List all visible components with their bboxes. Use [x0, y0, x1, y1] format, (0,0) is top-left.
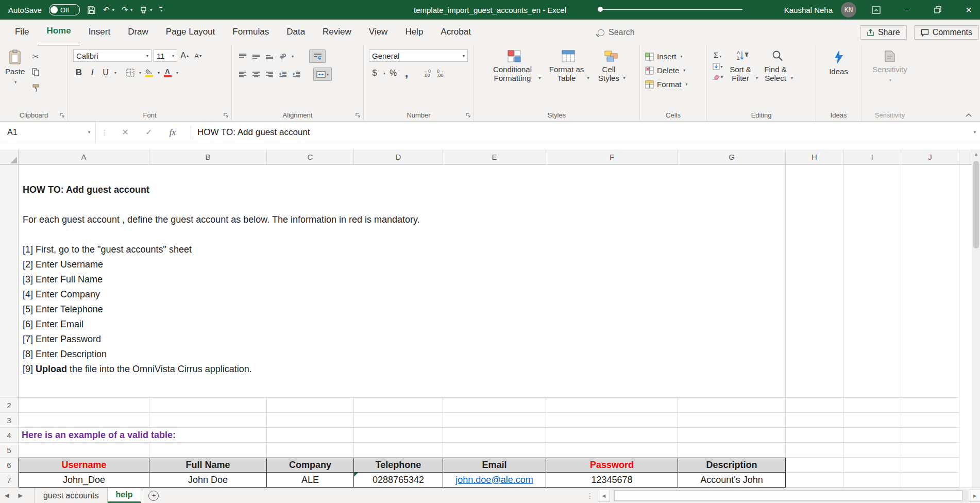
number-format-select[interactable]: General ▾	[369, 49, 468, 62]
row-header-2[interactable]: 2	[0, 398, 19, 413]
cell[interactable]	[843, 398, 901, 413]
cell[interactable]	[786, 458, 843, 473]
table-header-username[interactable]: Username	[19, 458, 149, 473]
column-header-F[interactable]: F	[546, 149, 678, 165]
table-cell-username[interactable]: John_Doe	[19, 473, 149, 488]
cell[interactable]	[19, 413, 149, 428]
cell[interactable]	[786, 443, 843, 458]
table-header-email[interactable]: Email	[443, 458, 546, 473]
tab-acrobat[interactable]: Acrobat	[432, 20, 480, 45]
cell[interactable]	[19, 443, 149, 458]
conditional-formatting-button[interactable]: Conditional Formatting▾	[488, 49, 540, 82]
vertical-scrollbar-thumb[interactable]	[973, 161, 979, 248]
cell[interactable]	[443, 443, 546, 458]
cell[interactable]	[901, 443, 959, 458]
cell[interactable]	[678, 443, 786, 458]
table-cell-company[interactable]: ALE	[267, 473, 354, 488]
sheet-tab-guest-accounts[interactable]: guest accounts	[35, 488, 108, 503]
cell[interactable]	[546, 413, 678, 428]
cell[interactable]	[678, 413, 786, 428]
close-button[interactable]: ×	[957, 0, 980, 20]
cell-A4[interactable]: Here is an example of a valid table:	[19, 428, 149, 443]
cell[interactable]	[843, 473, 901, 488]
align-bottom-button[interactable]	[264, 50, 275, 62]
cell-J1[interactable]	[901, 165, 959, 398]
account-user-name[interactable]: Kaushal Neha	[784, 6, 833, 14]
table-cell-password[interactable]: 12345678	[546, 473, 678, 488]
cell[interactable]	[901, 413, 959, 428]
table-header-telephone[interactable]: Telephone	[354, 458, 443, 473]
tab-draw[interactable]: Draw	[119, 20, 157, 45]
minimize-button[interactable]	[895, 0, 918, 20]
cell[interactable]	[901, 398, 959, 413]
cell[interactable]	[149, 413, 267, 428]
sheet-tab-help[interactable]: help	[108, 488, 142, 503]
table-cell-email[interactable]: john.doe@ale.com	[443, 473, 546, 488]
table-header-fullname[interactable]: Full Name	[149, 458, 267, 473]
align-left-button[interactable]	[237, 68, 248, 80]
undo-button[interactable]: ↶▾	[103, 5, 114, 14]
cell[interactable]	[443, 428, 546, 443]
cell[interactable]	[267, 428, 354, 443]
format-as-table-button[interactable]: Format as Table▾	[548, 49, 589, 82]
cell[interactable]	[546, 398, 678, 413]
cell-H1[interactable]	[786, 165, 843, 398]
cell[interactable]	[843, 443, 901, 458]
tab-review[interactable]: Review	[314, 20, 360, 45]
tab-page-layout[interactable]: Page Layout	[157, 20, 224, 45]
tab-formulas[interactable]: Formulas	[224, 20, 278, 45]
wrap-text-button[interactable]	[309, 49, 326, 63]
cell[interactable]	[843, 428, 901, 443]
align-center-button[interactable]	[250, 68, 262, 80]
accounting-format-button[interactable]: $	[369, 67, 380, 79]
cell[interactable]	[678, 398, 786, 413]
cell[interactable]	[354, 428, 443, 443]
cell[interactable]	[546, 428, 678, 443]
autosave-toggle[interactable]: Off	[49, 4, 80, 15]
font-dialog-launcher[interactable]	[224, 113, 229, 118]
clipboard-dialog-launcher[interactable]	[60, 113, 65, 118]
enter-entry-button[interactable]: ✓	[137, 127, 161, 137]
copy-button[interactable]	[30, 66, 41, 78]
insert-function-button[interactable]: fx	[161, 127, 184, 138]
sensitivity-button[interactable]: Sensitivity ▾	[867, 49, 913, 85]
cell-styles-button[interactable]: Cell Styles▾	[597, 49, 626, 82]
scroll-right-button[interactable]: ▶	[969, 490, 980, 502]
new-sheet-button[interactable]: +	[148, 491, 159, 501]
cell[interactable]	[786, 398, 843, 413]
cell[interactable]	[149, 398, 267, 413]
bold-button[interactable]: B	[73, 66, 85, 79]
column-header-B[interactable]: B	[149, 149, 267, 165]
cell[interactable]	[901, 473, 959, 488]
vertical-scrollbar[interactable]: ▲	[972, 149, 980, 488]
quick-access-command-button[interactable]: ▾	[140, 6, 152, 14]
decrease-font-size-button[interactable]: A▼	[193, 49, 204, 62]
cell-I1[interactable]	[843, 165, 901, 398]
table-cell-fullname[interactable]: John Doe	[149, 473, 267, 488]
orientation-button[interactable]: ab	[277, 50, 289, 62]
cell[interactable]	[843, 413, 901, 428]
cell[interactable]	[786, 428, 843, 443]
table-header-company[interactable]: Company	[267, 458, 354, 473]
clear-button[interactable]: ▾	[712, 74, 723, 80]
align-middle-button[interactable]	[250, 50, 262, 62]
column-header-G[interactable]: G	[678, 149, 786, 165]
customize-quick-access-button[interactable]: ▾	[159, 7, 162, 13]
increase-indent-button[interactable]	[291, 68, 302, 80]
cell[interactable]	[354, 443, 443, 458]
comma-style-button[interactable]: ,	[401, 67, 412, 79]
cell[interactable]	[786, 413, 843, 428]
ribbon-display-options-button[interactable]	[865, 0, 887, 20]
scroll-left-button[interactable]: ◀	[598, 490, 610, 502]
row-header-3[interactable]: 3	[0, 413, 19, 428]
column-header-C[interactable]: C	[267, 149, 354, 165]
ideas-button[interactable]: Ideas	[821, 49, 856, 76]
cell[interactable]	[443, 413, 546, 428]
avatar[interactable]: KN	[841, 2, 856, 18]
sort-filter-button[interactable]: A Z Sort & Filter▾	[727, 49, 758, 82]
horizontal-scrollbar[interactable]	[613, 490, 968, 502]
underline-button[interactable]: U	[100, 66, 111, 79]
font-family-select[interactable]: Calibri ▾	[73, 49, 151, 62]
cell-A1-merged[interactable]: HOW TO: Add guest account For each guest…	[19, 165, 786, 398]
cell[interactable]	[786, 473, 843, 488]
